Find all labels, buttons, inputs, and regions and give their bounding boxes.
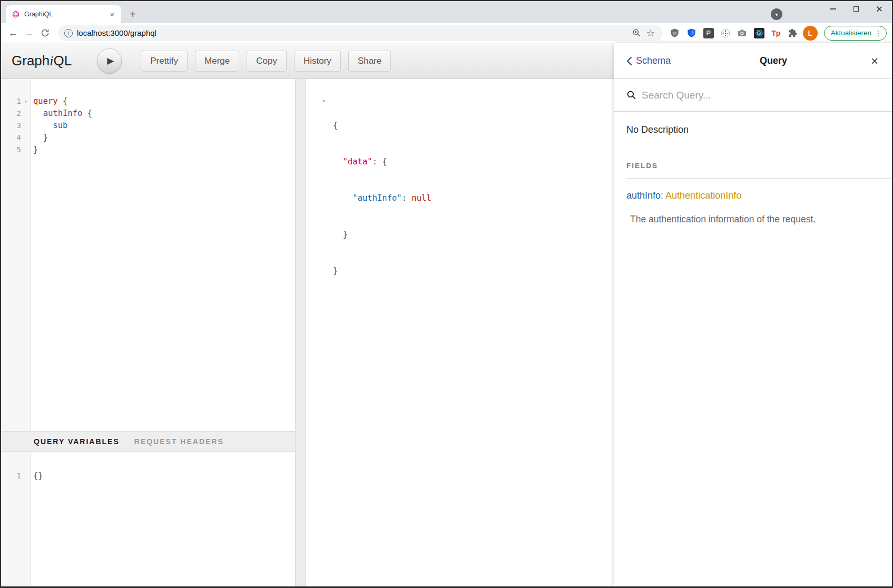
forward-button: → bbox=[21, 25, 37, 41]
doc-back-link[interactable]: Schema bbox=[626, 55, 671, 66]
code-line: } bbox=[333, 265, 614, 277]
variables-editor[interactable]: 1 {} bbox=[1, 452, 295, 586]
code-line: } bbox=[333, 229, 614, 241]
maximize-icon bbox=[853, 6, 859, 12]
bitwarden-extension-icon[interactable] bbox=[685, 26, 699, 40]
address-bar[interactable]: i localhost:3000/graphql ☆ bbox=[58, 25, 663, 41]
field-row: authInfo: AuthenticationInfo bbox=[626, 190, 879, 201]
code-line: "authInfo": null bbox=[333, 192, 614, 204]
window-controls bbox=[821, 1, 891, 17]
field-description: The authentication information of the re… bbox=[626, 214, 879, 225]
p-extension-icon[interactable]: P bbox=[702, 26, 715, 40]
profile-avatar[interactable]: L bbox=[803, 26, 818, 41]
search-icon bbox=[626, 90, 636, 100]
update-browser-button[interactable]: Aktualisieren ⋮ bbox=[824, 26, 887, 41]
copy-button[interactable]: Copy bbox=[247, 51, 287, 72]
code-line: 4 } bbox=[1, 132, 295, 144]
zoom-icon[interactable] bbox=[630, 26, 644, 40]
doc-explorer-body: No Description FIELDS authInfo: Authenti… bbox=[614, 112, 892, 238]
tab-title: GraphiQL bbox=[24, 11, 107, 18]
doc-search-input[interactable] bbox=[642, 90, 879, 101]
merge-button[interactable]: Merge bbox=[195, 51, 239, 72]
browser-titlebar: GraphiQL × + ▾ bbox=[1, 1, 892, 23]
doc-search-row bbox=[614, 79, 892, 112]
close-icon bbox=[876, 6, 882, 12]
history-button[interactable]: History bbox=[294, 51, 341, 72]
graphiql-app: GraphiQL ▶ Prettify Merge Copy History S… bbox=[1, 43, 892, 586]
tab-request-headers[interactable]: REQUEST HEADERS bbox=[134, 437, 224, 446]
doc-back-label: Schema bbox=[636, 55, 671, 66]
reload-icon bbox=[41, 28, 50, 37]
field-type-link[interactable]: AuthenticationInfo bbox=[665, 190, 741, 201]
code-line: 1 {} bbox=[1, 470, 295, 482]
fields-divider bbox=[626, 178, 892, 179]
graphiql-toolbar: GraphiQL ▶ Prettify Merge Copy History S… bbox=[1, 43, 614, 79]
code-line: 3 sub bbox=[1, 120, 295, 132]
camera-extension-icon[interactable] bbox=[735, 26, 749, 40]
back-button[interactable]: ← bbox=[5, 25, 21, 41]
extensions-row: P Tp L Aktualisieren ⋮ bbox=[668, 26, 887, 41]
doc-explorer: Schema Query × No Description FIELDS aut… bbox=[614, 43, 892, 586]
fold-arrow-icon[interactable]: ▾ bbox=[21, 95, 31, 107]
chevron-left-icon bbox=[626, 56, 632, 66]
query-pane: 1 ▾ query { 2 authInfo { 3 bbox=[1, 79, 295, 586]
graphiql-main: GraphiQL ▶ Prettify Merge Copy History S… bbox=[1, 43, 614, 586]
pane-resizer[interactable] bbox=[295, 79, 306, 586]
browser-window: GraphiQL × + ▾ ← → i localhost:3000/grap… bbox=[0, 0, 893, 588]
browser-tab-graphiql[interactable]: GraphiQL × bbox=[6, 5, 121, 23]
bookmark-star-icon[interactable]: ☆ bbox=[644, 26, 658, 40]
reload-button[interactable] bbox=[37, 25, 53, 41]
result-viewer[interactable]: ▾ { "data": { "authInfo": null } } bbox=[306, 79, 614, 586]
field-name-link[interactable]: authInfo bbox=[626, 190, 661, 201]
tab-close-icon[interactable]: × bbox=[107, 9, 117, 19]
code-line: { bbox=[333, 120, 614, 132]
query-editor[interactable]: 1 ▾ query { 2 authInfo { 3 bbox=[1, 79, 295, 431]
tp-extension-icon[interactable]: Tp bbox=[769, 26, 783, 40]
code-line: "data": { bbox=[333, 156, 614, 168]
browser-menu-dots-icon[interactable]: ⋮ bbox=[875, 29, 882, 37]
url-text[interactable]: localhost:3000/graphql bbox=[77, 28, 630, 37]
react-devtools-extension-icon[interactable] bbox=[752, 26, 766, 40]
close-button[interactable] bbox=[868, 1, 891, 17]
play-icon: ▶ bbox=[107, 55, 114, 66]
code-line: 5 } bbox=[1, 144, 295, 156]
site-info-icon[interactable]: i bbox=[64, 29, 73, 37]
doc-explorer-close-icon[interactable]: × bbox=[871, 55, 878, 67]
code-line: 1 ▾ query { bbox=[1, 95, 295, 107]
share-button[interactable]: Share bbox=[348, 51, 391, 72]
tab-search-caret-icon[interactable]: ▾ bbox=[771, 8, 782, 20]
update-button-label: Aktualisieren bbox=[831, 29, 871, 37]
doc-explorer-header: Schema Query × bbox=[614, 43, 892, 79]
tab-query-variables[interactable]: QUERY VARIABLES bbox=[34, 437, 120, 446]
type-description: No Description bbox=[626, 124, 879, 135]
crosshair-extension-icon[interactable] bbox=[719, 26, 732, 40]
fields-section-label: FIELDS bbox=[626, 162, 879, 170]
minimize-icon bbox=[830, 8, 836, 9]
code-line: 2 authInfo { bbox=[1, 107, 295, 120]
graphql-favicon-icon bbox=[12, 10, 20, 18]
doc-explorer-title: Query bbox=[671, 55, 871, 66]
extensions-puzzle-icon[interactable] bbox=[786, 26, 800, 40]
new-tab-button[interactable]: + bbox=[125, 7, 140, 22]
secondary-editor-tabs: QUERY VARIABLES REQUEST HEADERS bbox=[1, 431, 295, 452]
prettify-button[interactable]: Prettify bbox=[141, 51, 188, 72]
browser-navbar: ← → i localhost:3000/graphql ☆ P bbox=[1, 23, 892, 43]
maximize-button[interactable] bbox=[845, 1, 868, 17]
graphiql-logo: GraphiQL bbox=[12, 53, 72, 69]
execute-query-button[interactable]: ▶ bbox=[97, 48, 122, 73]
minimize-button[interactable] bbox=[821, 1, 845, 17]
editor-panes: 1 ▾ query { 2 authInfo { 3 bbox=[1, 79, 614, 586]
ublock-shield-extension-icon[interactable] bbox=[668, 26, 682, 40]
